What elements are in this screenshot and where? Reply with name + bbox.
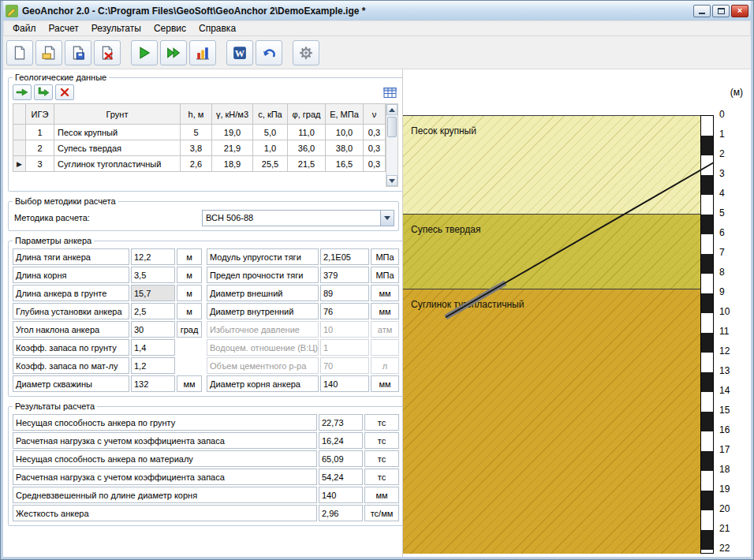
table-cell[interactable]: 19,0 [212, 125, 253, 140]
close-file-button[interactable] [94, 40, 121, 65]
table-cell[interactable]: 1,0 [253, 140, 288, 156]
result-label: Жесткость анкера [13, 505, 317, 521]
table-row[interactable]: 2Супесь твердая3,821,91,036,038,00,3 [13, 140, 386, 156]
table-cell[interactable]: 36,0 [288, 140, 326, 156]
table-cell[interactable]: 10,0 [326, 125, 364, 140]
undo-button[interactable] [256, 40, 282, 65]
depth-tick-label: 12 [719, 345, 730, 357]
column-header[interactable]: ИГЭ [26, 104, 54, 125]
table-cell[interactable]: 18,9 [212, 156, 253, 172]
column-header[interactable]: Грунт [54, 104, 181, 125]
table-cell[interactable]: 5,0 [253, 125, 288, 140]
param-value-input[interactable]: 132 [131, 375, 175, 392]
minimize-button[interactable] [693, 5, 711, 17]
show-chart-button[interactable] [189, 40, 216, 65]
dropdown-button[interactable] [380, 211, 394, 226]
table-cell[interactable]: 38,0 [326, 140, 364, 156]
new-document-button[interactable] [6, 40, 33, 65]
param-label: Предел прочности тяги [207, 267, 319, 283]
append-row-button[interactable] [13, 84, 32, 100]
menu-item[interactable]: Справка [192, 21, 242, 35]
param-unit: град [177, 321, 202, 338]
run-calculation-button[interactable] [131, 40, 158, 65]
results-title: Результаты расчета [13, 401, 97, 411]
close-button[interactable]: × [731, 5, 748, 17]
ruler-segment [701, 254, 713, 274]
param-value-input[interactable]: 2,1Е05 [320, 248, 369, 265]
table-cell[interactable]: 3,8 [181, 140, 212, 156]
row-selector[interactable] [13, 125, 26, 140]
scrollbar-thumb[interactable] [387, 117, 397, 137]
maximize-button[interactable] [712, 5, 730, 17]
chevron-down-icon [384, 216, 390, 220]
row-selector[interactable]: ▶ [13, 156, 26, 172]
result-value: 54,24 [319, 469, 363, 485]
table-cell[interactable]: 21,9 [212, 140, 253, 156]
param-value-input[interactable]: 89 [320, 285, 369, 301]
column-header[interactable]: φ, град [288, 104, 326, 125]
table-cell[interactable]: 0,3 [364, 125, 386, 140]
param-value-input[interactable]: 76 [320, 303, 369, 319]
result-label: Несущая способность анкера по грунту [13, 414, 317, 431]
table-cell[interactable]: 2 [26, 140, 54, 156]
table-scrollbar[interactable] [386, 103, 398, 187]
param-value-input[interactable]: 1,2 [131, 357, 175, 374]
settings-button[interactable] [293, 40, 319, 65]
table-cell[interactable]: 5 [181, 125, 212, 140]
table-cell[interactable]: Песок крупный [54, 125, 181, 140]
table-cell[interactable]: 1 [26, 125, 54, 140]
export-word-button[interactable]: W [226, 40, 253, 65]
table-view-button[interactable] [381, 85, 398, 99]
column-header[interactable]: с, кПа [253, 104, 288, 125]
menu-item[interactable]: Результаты [85, 21, 147, 35]
table-cell[interactable]: 11,0 [288, 125, 326, 140]
method-select[interactable]: ВСН 506-88 [202, 210, 394, 226]
param-value-input[interactable]: 379 [320, 267, 369, 283]
method-selected-value: ВСН 506-88 [203, 211, 380, 226]
table-row[interactable]: 1Песок крупный519,05,011,010,00,3 [13, 125, 386, 140]
method-label: Методика расчета: [13, 213, 202, 222]
table-row[interactable]: ▶3Суглинок тугопластичный2,618,925,521,5… [13, 156, 386, 172]
ruler-segment [701, 175, 713, 195]
column-header[interactable]: Е, МПа [326, 104, 364, 125]
param-value-input[interactable]: 1,4 [131, 339, 175, 356]
open-file-button[interactable] [35, 40, 62, 65]
run-all-calculations-button[interactable] [160, 40, 187, 65]
menu-item[interactable]: Сервис [147, 21, 192, 35]
column-header[interactable]: h, м [181, 104, 212, 125]
insert-row-button[interactable] [34, 84, 53, 100]
delete-row-button[interactable] [55, 84, 74, 100]
depth-tick-label: 15 [719, 405, 730, 416]
table-cell[interactable]: Суглинок тугопластичный [54, 156, 181, 172]
result-label: Средневзвешенный по длине диаметр корня [13, 487, 317, 503]
soil-layer-label: Супесь твердая [403, 215, 700, 235]
param-value-input[interactable]: 140 [320, 375, 369, 392]
param-label: Диаметр внешний [207, 285, 319, 301]
table-cell[interactable]: 0,3 [364, 156, 386, 172]
param-value-input[interactable]: 12,2 [131, 248, 175, 265]
method-group: Выбор методики расчета Методика расчета:… [8, 196, 399, 231]
param-value-input[interactable]: 2,5 [131, 303, 175, 319]
save-file-button[interactable] [65, 40, 91, 65]
param-value-input[interactable]: 30 [131, 321, 175, 338]
table-cell[interactable]: 3 [26, 156, 54, 172]
menu-item[interactable]: Файл [6, 21, 43, 35]
toolbar-separator [285, 39, 290, 66]
param-label: Длина анкера в грунте [13, 285, 129, 301]
soil-layer-label: Суглинок тугопластичный [403, 289, 700, 310]
scroll-up-button[interactable] [386, 104, 398, 115]
table-cell[interactable]: 25,5 [253, 156, 288, 172]
table-cell[interactable]: 2,6 [181, 156, 212, 172]
table-cell[interactable]: Супесь твердая [54, 140, 181, 156]
column-header[interactable]: ν [364, 104, 386, 125]
menu-item[interactable]: Расчет [43, 21, 85, 35]
param-row: Диаметр внешний89мм [207, 285, 399, 301]
table-cell[interactable]: 21,5 [288, 156, 326, 172]
table-cell[interactable]: 16,5 [326, 156, 364, 172]
column-header[interactable]: γ, кН/м3 [212, 104, 253, 125]
row-selector[interactable] [13, 140, 26, 156]
table-cell[interactable]: 0,3 [364, 140, 386, 156]
param-value-input[interactable]: 3,5 [131, 267, 175, 283]
geology-toolbar [13, 84, 398, 100]
scroll-down-button[interactable] [386, 175, 398, 186]
